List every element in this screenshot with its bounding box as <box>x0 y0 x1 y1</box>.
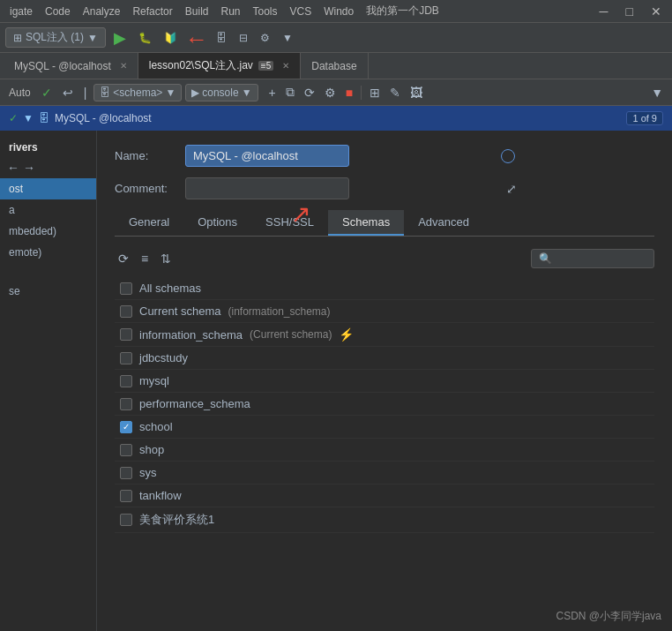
conn-db-icon: 🗄 <box>39 112 49 124</box>
settings-icon[interactable]: ⚙ <box>321 84 340 101</box>
comment-input[interactable] <box>185 177 349 199</box>
menu-build[interactable]: Build <box>179 4 215 19</box>
menu-bar: igate Code Analyze Refactor Build Run To… <box>0 0 672 23</box>
tab-schemas[interactable]: Schemas <box>328 210 404 236</box>
schema-checkbox[interactable] <box>120 398 132 410</box>
menu-igate[interactable]: igate <box>4 4 39 19</box>
settings-gear-icon[interactable]: ⚙ <box>256 29 274 47</box>
close-btn[interactable]: ✕ <box>644 3 668 20</box>
sidebar-item-embedded[interactable]: mbedded) <box>0 221 96 242</box>
schema-checkbox[interactable] <box>120 490 132 502</box>
schema-chevron: ▼ <box>165 86 175 99</box>
schema-list-item[interactable]: Current schema (information_schema) <box>115 300 654 323</box>
tab-lesson02-close[interactable]: ✕ <box>282 61 289 71</box>
comment-expand-btn[interactable]: ⤢ <box>506 182 517 196</box>
divider <box>361 86 362 100</box>
console-selector[interactable]: ▶ console ▼ <box>185 84 258 101</box>
chevron-down-icon: ▼ <box>87 32 98 44</box>
menu-analyze[interactable]: Analyze <box>77 4 127 19</box>
menu-code[interactable]: Code <box>39 4 77 19</box>
copy-icon[interactable]: ⧉ <box>282 83 298 101</box>
menu-tools[interactable]: Tools <box>246 4 283 19</box>
tab-mysql-close[interactable]: ✕ <box>120 61 127 71</box>
content-area: Name: Comment: ⤢ General Options <box>97 131 672 631</box>
schema-refresh-icon[interactable]: ⟳ <box>115 250 132 267</box>
sidebar-item-host[interactable]: ost <box>0 178 96 199</box>
table-icon[interactable]: ⊞ <box>366 84 384 101</box>
coverage-button[interactable]: 🔰 <box>160 29 182 47</box>
schema-list-item[interactable]: tankflow <box>115 485 654 507</box>
schema-checkbox[interactable] <box>120 375 132 387</box>
schema-list-item[interactable]: performance_schema <box>115 393 654 416</box>
annotation-arrow: ← <box>185 26 208 53</box>
nav-back-icon[interactable]: ← <box>7 161 19 175</box>
name-input[interactable] <box>185 145 349 167</box>
stop-icon[interactable]: ■ <box>342 84 356 101</box>
sidebar-item-se[interactable]: se <box>0 281 96 302</box>
schema-list-item[interactable]: jdbcstudy <box>115 347 654 370</box>
tab-database[interactable]: Database <box>301 53 368 79</box>
schema-list-item[interactable]: 美食评价系统1 <box>115 507 654 533</box>
minimize-btn[interactable]: ─ <box>593 3 616 20</box>
schema-selector[interactable]: 🗄 <schema> ▼ <box>93 84 182 101</box>
extra-btn[interactable]: ▼ <box>278 29 297 47</box>
schema-checkbox[interactable] <box>120 467 132 479</box>
schema-list-item[interactable]: mysql <box>115 370 654 393</box>
schema-checkbox[interactable] <box>120 352 132 364</box>
schema-collapse-icon[interactable]: ≡ <box>138 250 152 267</box>
debug-button[interactable]: 🐛 <box>134 29 156 47</box>
tab-general[interactable]: General <box>115 210 183 236</box>
name-circle-btn[interactable] <box>501 149 515 163</box>
schema-checkbox[interactable] <box>120 444 132 456</box>
split-btn[interactable]: ⊟ <box>235 29 252 47</box>
schema-checkbox[interactable] <box>120 282 132 295</box>
tab-sshssl[interactable]: SSH/SSL <box>251 210 328 236</box>
console-icon: ▶ <box>191 86 199 99</box>
schema-name: performance_schema <box>139 397 250 410</box>
schema-checkbox[interactable] <box>120 421 132 433</box>
comment-label: Comment: <box>115 182 185 195</box>
checkmark-icon[interactable]: ✓ <box>38 84 56 101</box>
db-console-btn[interactable]: 🗄 <box>212 29 231 47</box>
add-icon[interactable]: + <box>265 84 280 101</box>
schema-list-item[interactable]: sys <box>115 462 654 485</box>
schema-toolbar: ⟳ ≡ ⇅ <box>115 249 654 268</box>
tab-options[interactable]: Options <box>183 210 251 236</box>
schema-list-item[interactable]: information_schema (Current schema) ⚡ <box>115 323 654 347</box>
schema-sort-icon[interactable]: ⇅ <box>157 250 175 267</box>
menu-window[interactable]: Windo <box>317 4 360 19</box>
main-layout: rivers ← → ost a mbedded) emote) se Name… <box>0 131 672 631</box>
refresh-icon[interactable]: ⟳ <box>301 84 318 101</box>
schema-name: mysql <box>139 374 169 387</box>
menu-vcs[interactable]: VCS <box>284 4 318 19</box>
schema-name: jdbcstudy <box>139 351 188 364</box>
schema-checkbox[interactable] <box>120 305 132 318</box>
schema-list-item[interactable]: school <box>115 416 654 439</box>
schema-search-input[interactable] <box>531 249 654 268</box>
schema-list-item[interactable]: shop <box>115 439 654 462</box>
run-button[interactable]: ▶ <box>109 26 131 50</box>
tab-mysql[interactable]: MySQL - @localhost ✕ <box>4 53 138 79</box>
filter-icon[interactable]: ▼ <box>647 84 667 101</box>
tab-advanced[interactable]: Advanced <box>404 210 483 236</box>
menu-refactor[interactable]: Refactor <box>126 4 178 19</box>
schema-name: tankflow <box>139 489 182 502</box>
menu-custom[interactable]: 我的第一个JDB <box>360 2 445 20</box>
sidebar-item-a[interactable]: a <box>0 199 96 221</box>
edit-icon[interactable]: ✎ <box>386 84 404 101</box>
menu-run[interactable]: Run <box>214 4 246 19</box>
undo-icon[interactable]: ↩ <box>59 84 77 101</box>
sidebar-item-remote[interactable]: emote) <box>0 242 96 263</box>
schema-list-item[interactable]: All schemas <box>115 277 654 300</box>
property-tabs-container: General Options SSH/SSL Schemas Advanced… <box>115 210 654 237</box>
tab-lesson02-label: lesson02\SQL注入.jav <box>149 58 253 73</box>
db-icon: ⊞ <box>13 32 22 44</box>
maximize-btn[interactable]: □ <box>619 3 640 20</box>
schema-checkbox[interactable] <box>120 514 132 526</box>
schema-checkbox[interactable] <box>120 328 132 341</box>
db-selector[interactable]: ⊞ SQL注入 (1) ▼ <box>5 27 106 48</box>
tab-lesson02[interactable]: lesson02\SQL注入.jav ≡5 ✕ <box>138 53 301 79</box>
nav-fwd-icon[interactable]: → <box>23 161 35 175</box>
sidebar: rivers ← → ost a mbedded) emote) se <box>0 131 97 631</box>
image-icon[interactable]: 🖼 <box>407 84 426 101</box>
